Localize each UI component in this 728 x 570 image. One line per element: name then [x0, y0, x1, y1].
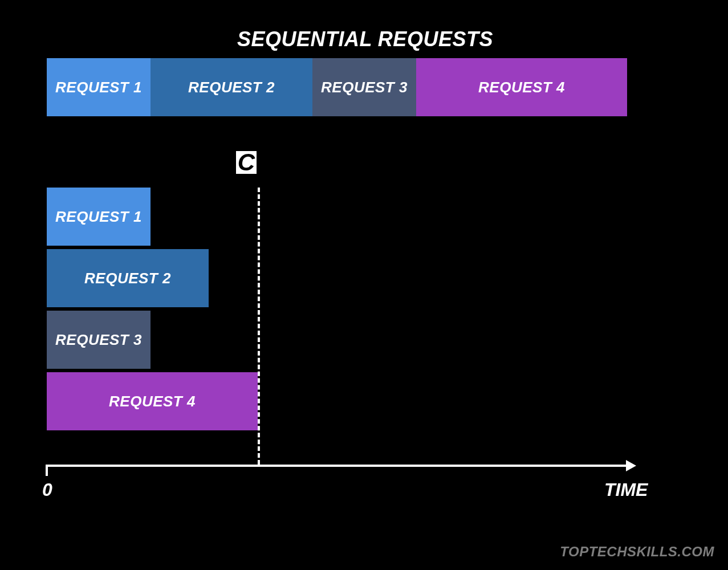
x-axis-time-label: TIME [604, 479, 648, 500]
sequential-bar-request-2: REQUEST 2 [151, 58, 312, 116]
x-axis-tick-zero [46, 465, 48, 476]
x-axis-arrow-icon [626, 460, 636, 471]
time-marker-dashed-line [258, 188, 260, 465]
sequential-bar-request-4: REQUEST 4 [416, 58, 627, 116]
sequential-bar-request-1: REQUEST 1 [47, 58, 151, 116]
attribution-text: TOPTECHSKILLS.COM [560, 544, 714, 560]
x-axis-zero-label: 0 [42, 479, 52, 500]
sequential-bar-request-3: REQUEST 3 [312, 58, 416, 116]
concurrent-bar-request-3: REQUEST 3 [47, 311, 151, 369]
concurrent-bar-request-4: REQUEST 4 [47, 372, 258, 430]
title-sequential: SEQUENTIAL REQUESTS [237, 27, 493, 51]
letter-c: C [236, 151, 257, 174]
x-axis-line [47, 465, 627, 467]
concurrent-bar-request-1: REQUEST 1 [47, 188, 151, 246]
concurrent-bar-request-2: REQUEST 2 [47, 249, 209, 307]
